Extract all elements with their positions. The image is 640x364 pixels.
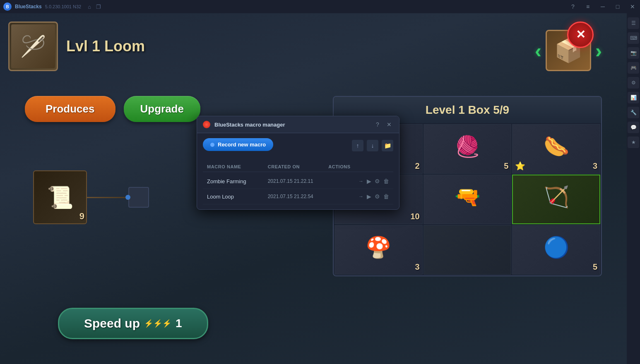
prod-item-icon: 📜 [47, 185, 74, 210]
record-new-macro-button[interactable]: Record new macro [203, 138, 273, 151]
macro-row-loom-loop[interactable]: Loom Loop 2021.07.15 21.22.54 → ▶ ⚙ 🗑 [203, 189, 393, 204]
box-cell-empty[interactable] [423, 225, 512, 275]
col-created-on: CREATED ON [268, 164, 329, 169]
sidebar-btn-8[interactable]: 💬 [628, 122, 639, 133]
box-cell-hotdog-icon: 🌭 [544, 134, 569, 158]
macro-arrow-1[interactable]: → [358, 178, 363, 184]
game-area: 🪡 Lvl 1 Loom ‹ 📦 › ✕ Produces Upgrade 📜 … [0, 13, 627, 364]
record-dot [210, 143, 214, 147]
item-header: 🪡 Lvl 1 Loom [8, 22, 145, 71]
macro-name-2: Loom Loop [207, 194, 268, 200]
home-icon[interactable]: ⌂ [88, 4, 91, 10]
box-cell-orb-count: 5 [593, 262, 597, 272]
box-cell-hotdog[interactable]: 🌭 ⭐ 3 [512, 124, 600, 174]
close-x-icon: ✕ [576, 29, 585, 41]
prod-line [87, 197, 128, 198]
macro-row-zombie-farming[interactable]: Zombie Farming 2021.07.15 21.22.11 → ▶ ⚙… [203, 174, 393, 189]
maximize-button[interactable]: □ [614, 2, 622, 11]
macro-table-header: MACRO NAME CREATED ON ACTIONS [203, 162, 393, 172]
macro-dialog-actions: ? ✕ [373, 120, 393, 129]
macro-arrow-2[interactable]: → [358, 194, 363, 199]
production-area: 📜 9 [33, 170, 149, 224]
prod-count: 9 [79, 211, 84, 222]
help-button[interactable]: ? [569, 2, 577, 11]
box-cell-orb-icon: 🔵 [544, 235, 569, 259]
right-sidebar: ☰ ⌨ 📷 🎮 ⚙ 📊 🔧 💬 ★ [627, 13, 640, 364]
box-cell-mushroom-count: 3 [415, 262, 420, 272]
macro-toolbar: ↑ ↓ 📁 [352, 140, 393, 151]
brand-name: BlueStacks [15, 4, 42, 10]
import-button[interactable]: ↑ [352, 140, 363, 151]
sidebar-btn-6[interactable]: 📊 [628, 92, 639, 103]
macro-delete-2[interactable]: 🗑 [383, 193, 389, 200]
box-cell-bow-icon: 🏹 [544, 185, 569, 209]
prod-dot [125, 195, 130, 200]
bluestacks-logo: B [3, 2, 12, 11]
sidebar-btn-4[interactable]: 🎮 [628, 62, 639, 74]
col-actions: ACTIONS [328, 164, 389, 169]
version-text: 5.0.230.1001 N32 [45, 4, 81, 9]
macro-delete-1[interactable]: 🗑 [383, 178, 389, 184]
macro-dialog-title: BlueStacks macro manager [214, 122, 369, 128]
loom-icon-frame: 🪡 [8, 22, 58, 71]
box-cell-gun[interactable]: 🔫 [423, 175, 512, 224]
sidebar-btn-2[interactable]: ⌨ [628, 32, 639, 44]
box-cell-thread-icon: 🧶 [455, 134, 480, 158]
box-cell-star: ⭐ [515, 161, 525, 171]
macro-name-1: Zombie Farming [207, 178, 268, 184]
menu-button[interactable]: ≡ [584, 2, 592, 11]
box-cell-thread-count: 5 [504, 161, 508, 171]
macro-dialog-titlebar: BlueStacks macro manager ? ✕ [197, 116, 399, 133]
macro-close-button[interactable]: ✕ [385, 120, 393, 129]
sidebar-btn-1[interactable]: ☰ [628, 17, 639, 29]
macro-dialog-logo [203, 121, 210, 128]
title-bar: B BlueStacks 5.0.230.1001 N32 ⌂ ❐ ? ≡ ─ … [0, 0, 640, 13]
action-buttons: Produces Upgrade [25, 96, 200, 122]
box-cell-magic-count: 2 [415, 161, 420, 171]
macro-play-1[interactable]: ▶ [367, 178, 371, 184]
record-btn-label: Record new macro [218, 141, 266, 148]
folder-button[interactable]: 📁 [382, 140, 393, 151]
box-cell-halloween-count: 10 [410, 212, 419, 221]
minimize-button[interactable]: ─ [599, 2, 607, 11]
macro-settings-1[interactable]: ⚙ [375, 178, 380, 184]
window-icon[interactable]: ❐ [96, 4, 101, 10]
macro-play-2[interactable]: ▶ [367, 193, 371, 200]
upgrade-button[interactable]: Upgrade [124, 96, 200, 122]
box-cell-gun-icon: 🔫 [455, 185, 480, 209]
sidebar-btn-7[interactable]: 🔧 [628, 107, 639, 118]
sidebar-btn-3[interactable]: 📷 [628, 47, 639, 59]
box-cell-hotdog-count: 3 [593, 161, 597, 171]
box-cell-mushroom-icon: 🍄 [366, 235, 391, 259]
speed-up-button[interactable]: Speed up ⚡⚡⚡ 1 [58, 308, 208, 339]
close-button[interactable]: ✕ [628, 2, 637, 11]
box-cell-orb[interactable]: 🔵 5 [512, 225, 600, 275]
macro-settings-2[interactable]: ⚙ [375, 193, 380, 200]
box-panel-title: Level 1 Box 5/9 [426, 103, 509, 116]
speed-up-icon: ⚡⚡⚡ [144, 319, 171, 328]
next-arrow[interactable]: › [595, 39, 602, 62]
counter-box [128, 187, 149, 208]
prev-arrow[interactable]: ‹ [535, 39, 541, 62]
macro-actions-1: → ▶ ⚙ 🗑 [328, 178, 389, 184]
sidebar-btn-9[interactable]: ★ [628, 136, 639, 148]
speed-up-count: 1 [176, 317, 182, 330]
box-cell-bow[interactable]: 🏹 [512, 175, 600, 224]
game-close-button[interactable]: ✕ [567, 22, 594, 48]
macro-help-button[interactable]: ? [373, 120, 382, 129]
loom-icon: 🪡 [20, 34, 46, 58]
item-title: Lvl 1 Loom [66, 38, 145, 55]
macro-date-1: 2021.07.15 21.22.11 [268, 178, 329, 184]
macro-dialog-body: Record new macro ↑ ↓ 📁 MACRO NAME CREATE… [197, 133, 399, 209]
export-button[interactable]: ↓ [367, 140, 378, 151]
produces-button[interactable]: Produces [25, 96, 115, 122]
box-cell-mushroom[interactable]: 🍄 3 [334, 225, 423, 275]
macro-manager-dialog: BlueStacks macro manager ? ✕ Record new … [197, 116, 399, 210]
speed-up-text: Speed up [84, 316, 140, 330]
sidebar-btn-5[interactable]: ⚙ [628, 77, 639, 89]
prod-item-box: 📜 9 [33, 170, 87, 224]
col-macro-name: MACRO NAME [207, 164, 268, 169]
macro-actions-2: → ▶ ⚙ 🗑 [328, 193, 389, 200]
macro-date-2: 2021.07.15 21.22.54 [268, 194, 329, 199]
box-cell-thread[interactable]: 🧶 5 [423, 124, 512, 174]
